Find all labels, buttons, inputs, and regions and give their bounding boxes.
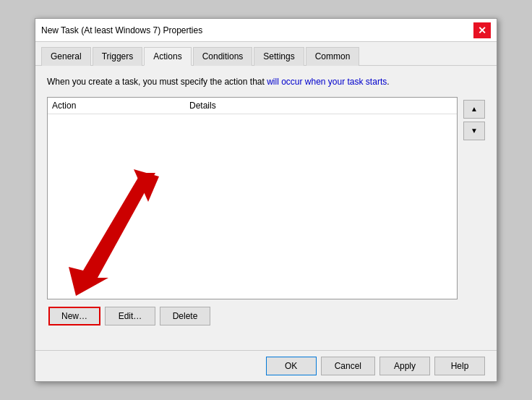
main-content: When you create a task, you must specify… (35, 66, 497, 350)
move-down-button[interactable]: ▼ (463, 122, 485, 140)
info-text-part2: . (387, 77, 389, 87)
new-button[interactable]: New… (48, 307, 100, 325)
table-header: Action Details (48, 98, 457, 114)
title-bar: New Task (At least Windows 7) Properties… (35, 19, 497, 42)
cancel-button[interactable]: Cancel (321, 357, 375, 375)
tab-actions[interactable]: Actions (144, 47, 191, 66)
tab-general[interactable]: General (41, 47, 91, 66)
col-details: Details (189, 101, 216, 111)
window-title: New Task (At least Windows 7) Properties (41, 25, 202, 35)
table-body[interactable] (48, 114, 457, 288)
action-table: Action Details (47, 97, 458, 299)
tab-common[interactable]: Common (306, 47, 360, 66)
main-window: New Task (At least Windows 7) Properties… (35, 18, 497, 382)
info-text: When you create a task, you must specify… (47, 76, 485, 88)
tab-bar: General Triggers Actions Conditions Sett… (35, 42, 497, 66)
title-bar-controls: ✕ (473, 22, 491, 38)
ok-button[interactable]: OK (266, 357, 317, 375)
delete-button[interactable]: Delete (160, 307, 210, 325)
bottom-buttons: OK Cancel Apply Help (35, 350, 497, 381)
tab-triggers[interactable]: Triggers (93, 47, 143, 66)
info-text-link: will occur when your task starts (267, 77, 387, 87)
info-text-part1: When you create a task, you must specify… (47, 77, 267, 87)
apply-button[interactable]: Apply (379, 357, 430, 375)
col-action: Action (52, 101, 189, 111)
arrow-buttons: ▲ ▼ (463, 97, 485, 299)
tab-conditions[interactable]: Conditions (193, 47, 253, 66)
tab-settings[interactable]: Settings (254, 47, 304, 66)
edit-button[interactable]: Edit… (105, 307, 155, 325)
close-button[interactable]: ✕ (473, 22, 491, 38)
table-area: Action Details ▲ ▼ (47, 97, 485, 299)
move-up-button[interactable]: ▲ (463, 100, 485, 119)
help-button[interactable]: Help (434, 357, 485, 375)
action-buttons: New… Edit… Delete (47, 307, 485, 325)
